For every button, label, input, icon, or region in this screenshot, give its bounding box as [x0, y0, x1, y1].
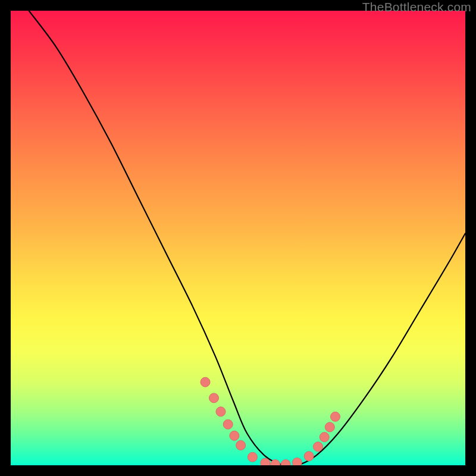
highlight-dot: [325, 422, 334, 432]
highlight-dot: [314, 442, 323, 452]
chart-svg: [11, 11, 465, 465]
bottleneck-curve: [29, 11, 465, 465]
highlight-dot: [216, 407, 226, 416]
highlight-dot: [281, 460, 290, 466]
highlight-dot: [236, 440, 246, 450]
highlight-dot-group: [201, 377, 340, 465]
chart-stage: TheBottleneck.com: [0, 0, 476, 476]
highlight-dot: [230, 431, 239, 440]
highlight-dot: [292, 458, 302, 465]
highlight-dot: [331, 412, 340, 421]
highlight-dot: [209, 393, 219, 403]
highlight-dot: [304, 452, 314, 461]
highlight-dot: [223, 419, 233, 429]
highlight-dot: [248, 452, 257, 462]
highlight-dot: [320, 433, 329, 442]
highlight-dot: [261, 458, 270, 465]
plot-area: [11, 11, 465, 465]
highlight-dot: [201, 377, 210, 387]
